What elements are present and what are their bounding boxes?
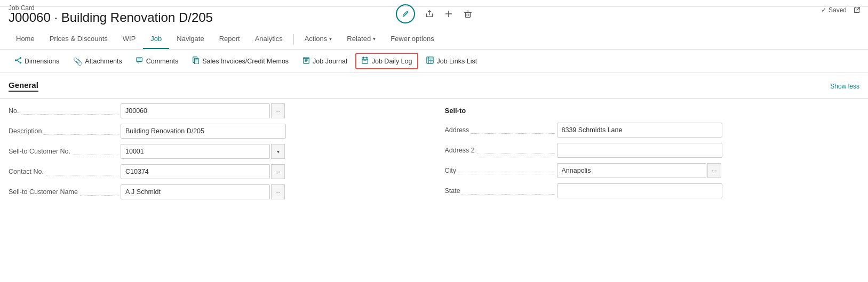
- form-row-no: No. ···: [9, 101, 424, 121]
- nav-fewer-options[interactable]: Fewer options: [383, 29, 442, 49]
- nav-report[interactable]: Report: [212, 29, 248, 49]
- job-daily-log-button[interactable]: Job Daily Log: [355, 53, 419, 69]
- dimensions-button[interactable]: Dimensions: [9, 53, 65, 69]
- sell-to-header-row: Sell-to: [445, 101, 860, 120]
- actions-chevron-icon: ▾: [329, 36, 332, 42]
- city-input[interactable]: [557, 163, 706, 178]
- open-new-tab-button[interactable]: [853, 6, 861, 15]
- links-icon: [426, 57, 434, 66]
- sell-to-no-dropdown-button[interactable]: ▾: [271, 144, 285, 159]
- state-input[interactable]: [557, 183, 722, 198]
- state-label: State: [445, 187, 460, 195]
- city-dots: [458, 167, 554, 174]
- description-input[interactable]: [121, 124, 286, 139]
- paperclip-icon: 📎: [73, 57, 82, 66]
- form-left-column: No. ··· Description Sell-to Customer No.: [9, 101, 424, 202]
- contact-no-label: Contact No.: [9, 168, 44, 175]
- state-label-col: State: [445, 187, 557, 195]
- city-label-col: City: [445, 167, 557, 174]
- sales-invoices-button[interactable]: Sales Invoices/Credit Memos: [186, 53, 294, 69]
- address2-input[interactable]: [557, 143, 722, 158]
- nav-analytics[interactable]: Analytics: [248, 29, 290, 49]
- city-field-group: ···: [557, 163, 721, 178]
- svg-rect-2: [465, 12, 470, 17]
- nav-actions[interactable]: Actions ▾: [297, 29, 340, 49]
- no-field-group: ···: [121, 103, 285, 118]
- section-divider: [0, 98, 868, 99]
- job-links-list-button[interactable]: Job Links List: [420, 53, 483, 69]
- address-label: Address: [445, 126, 469, 134]
- sell-to-name-field-group: ···: [121, 184, 285, 199]
- saved-label: Saved: [829, 6, 847, 14]
- sell-to-no-input[interactable]: [121, 144, 270, 159]
- sell-to-no-field-group: ▾: [121, 144, 285, 159]
- nav-prices-discounts[interactable]: Prices & Discounts: [42, 29, 115, 49]
- sell-to-no-dots: [73, 148, 118, 155]
- form-row-state: State: [445, 181, 860, 201]
- address-input[interactable]: [557, 123, 722, 138]
- svg-line-10: [17, 59, 19, 61]
- form-row-contact-no: Contact No. ···: [9, 162, 424, 182]
- contact-no-input[interactable]: [121, 164, 270, 179]
- dimensions-icon: [14, 57, 22, 66]
- no-input[interactable]: [121, 103, 270, 118]
- form-right-column: Sell-to Address Address 2 City: [445, 101, 860, 202]
- sell-to-name-ellipsis-button[interactable]: ···: [271, 184, 285, 199]
- saved-status: ✓ Saved: [821, 6, 847, 14]
- form-row-address: Address: [445, 120, 860, 140]
- description-dots: [44, 127, 118, 135]
- contact-no-dots: [46, 168, 118, 175]
- sell-to-no-label: Sell-to Customer No.: [9, 148, 70, 155]
- contact-no-field-group: ···: [121, 164, 285, 179]
- add-button[interactable]: [444, 9, 453, 19]
- comments-button[interactable]: Comments: [130, 53, 184, 69]
- related-chevron-icon: ▾: [373, 36, 376, 42]
- dimensions-label: Dimensions: [25, 58, 59, 65]
- city-label: City: [445, 167, 457, 174]
- contact-no-label-col: Contact No.: [9, 168, 121, 175]
- form-area: No. ··· Description Sell-to Customer No.: [0, 101, 868, 202]
- journal-icon: [302, 57, 310, 66]
- state-dots: [463, 187, 555, 195]
- nav-related[interactable]: Related ▾: [339, 29, 383, 49]
- nav-home[interactable]: Home: [9, 29, 42, 49]
- no-label: No.: [9, 107, 19, 115]
- delete-button[interactable]: [463, 9, 473, 19]
- svg-point-8: [20, 57, 22, 59]
- nav-separator: [293, 34, 294, 45]
- svg-rect-29: [427, 57, 433, 63]
- form-row-address2: Address 2: [445, 140, 860, 160]
- attachments-button[interactable]: 📎 Attachments: [67, 54, 128, 69]
- svg-point-7: [15, 59, 17, 61]
- job-journal-button[interactable]: Job Journal: [297, 53, 353, 69]
- nav-wip[interactable]: WIP: [115, 29, 144, 49]
- sell-to-name-label: Sell-to Customer Name: [9, 188, 78, 196]
- nav-job[interactable]: Job: [143, 29, 169, 49]
- share-button[interactable]: [425, 9, 434, 19]
- address2-label-col: Address 2: [445, 147, 557, 154]
- edit-button[interactable]: [396, 4, 415, 23]
- nav-menu: Home Prices & Discounts WIP Job Navigate…: [0, 29, 868, 50]
- sell-to-no-label-col: Sell-to Customer No.: [9, 148, 121, 155]
- description-label: Description: [9, 127, 42, 135]
- related-label: Related: [347, 35, 371, 43]
- sell-to-header: Sell-to: [445, 104, 552, 117]
- nav-navigate[interactable]: Navigate: [169, 29, 211, 49]
- form-row-sell-to-name: Sell-to Customer Name ···: [9, 182, 424, 202]
- svg-rect-12: [137, 58, 142, 62]
- no-ellipsis-button[interactable]: ···: [271, 103, 285, 118]
- sell-to-name-dots: [80, 188, 118, 196]
- sales-invoices-label: Sales Invoices/Credit Memos: [202, 58, 289, 65]
- svg-line-11: [17, 60, 19, 62]
- show-less-button[interactable]: Show less: [830, 83, 859, 90]
- general-section-header: General Show less: [0, 73, 868, 96]
- form-row-city: City ···: [445, 160, 860, 181]
- job-journal-label: Job Journal: [313, 58, 347, 65]
- sell-to-name-input[interactable]: [121, 184, 270, 199]
- breadcrumb: Job Card: [9, 4, 35, 12]
- address-label-col: Address: [445, 126, 557, 134]
- description-label-col: Description: [9, 127, 121, 135]
- city-ellipsis-button[interactable]: ···: [707, 163, 721, 178]
- contact-no-ellipsis-button[interactable]: ···: [271, 164, 285, 179]
- general-section-title: General: [9, 80, 38, 92]
